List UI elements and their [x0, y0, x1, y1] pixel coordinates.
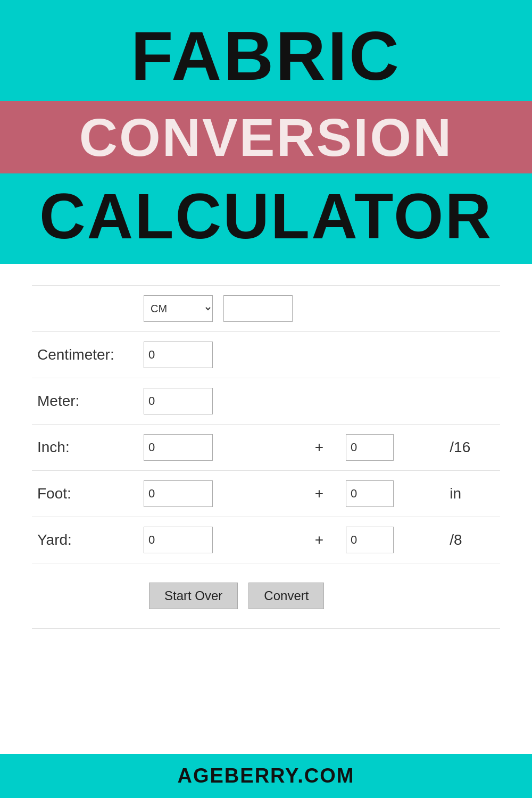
centimeter-label: Centimeter: [32, 332, 138, 378]
unit-row: CM IN FT YD M [32, 286, 500, 332]
yard-row: Yard: + /8 [32, 517, 500, 563]
inch-input[interactable] [144, 434, 213, 461]
foot-input[interactable] [144, 480, 213, 507]
inch-suffix: /16 [444, 425, 500, 471]
meter-input-cell [138, 378, 298, 425]
yard-input-cell [138, 517, 298, 563]
title-conversion: CONVERSION [11, 111, 521, 164]
unit-label-cell [32, 286, 138, 332]
foot-fraction-input[interactable] [346, 480, 394, 507]
title-calculator: CALCULATOR [11, 184, 521, 248]
inch-input-cell [138, 425, 298, 471]
foot-suffix: in [444, 471, 500, 517]
centimeter-input-cell [138, 332, 298, 378]
inch-fraction-input-cell [340, 425, 444, 471]
buttons-row: Start Over Convert [144, 573, 495, 619]
meter-row: Meter: [32, 378, 500, 425]
unit-value-input[interactable] [223, 295, 293, 322]
inch-plus: + [298, 425, 340, 471]
yard-plus: + [298, 517, 340, 563]
convert-button[interactable]: Convert [248, 583, 324, 609]
centimeter-input[interactable] [144, 342, 213, 368]
foot-label: Foot: [32, 471, 138, 517]
yard-input[interactable] [144, 527, 213, 553]
foot-fraction-input-cell [340, 471, 444, 517]
inch-fraction-input[interactable] [346, 434, 394, 461]
calc-table: CM IN FT YD M [32, 285, 500, 629]
inch-label: Inch: [32, 425, 138, 471]
yard-suffix: /8 [444, 517, 500, 563]
centimeter-row: Centimeter: [32, 332, 500, 378]
buttons-row-tr: Start Over Convert [32, 563, 500, 629]
meter-label: Meter: [32, 378, 138, 425]
calculator-section: CM IN FT YD M [0, 264, 532, 754]
yard-fraction-input[interactable] [346, 527, 394, 553]
footer: AGEBERRY.COM [0, 754, 532, 798]
foot-row: Foot: + in [32, 471, 500, 517]
unit-input-cell: CM IN FT YD M [138, 286, 298, 332]
yard-label: Yard: [32, 517, 138, 563]
meter-input[interactable] [144, 388, 213, 414]
foot-plus: + [298, 471, 340, 517]
inch-row: Inch: + /16 [32, 425, 500, 471]
site-name: AGEBERRY.COM [178, 764, 355, 787]
foot-input-cell [138, 471, 298, 517]
unit-select[interactable]: CM IN FT YD M [144, 295, 213, 322]
yard-fraction-input-cell [340, 517, 444, 563]
title-fabric: FABRIC [11, 21, 521, 90]
start-over-button[interactable]: Start Over [149, 583, 238, 609]
